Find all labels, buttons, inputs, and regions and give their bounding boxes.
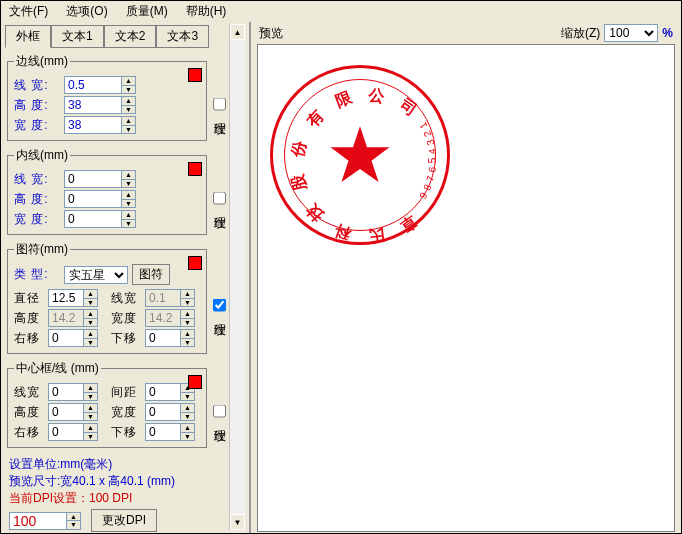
spin-up-icon[interactable]: ▲ <box>83 310 97 319</box>
spin-up-icon[interactable]: ▲ <box>121 77 135 86</box>
symbol-right-input[interactable] <box>49 330 83 346</box>
scroll-up-icon[interactable]: ▲ <box>230 24 245 40</box>
scroll-track[interactable] <box>230 40 245 514</box>
center-right-label: 右移 <box>14 424 44 441</box>
spin-down-icon[interactable]: ▼ <box>180 319 194 327</box>
border-height-label: 高 度: <box>14 97 60 114</box>
spin-up-icon[interactable]: ▲ <box>180 310 194 319</box>
group-border: 边线(mm) 线 宽: ▲▼ 高 度: ▲▼ 宽 度: ▲▼ 纹理 <box>7 53 207 141</box>
symbol-diam-input[interactable] <box>49 290 83 306</box>
spin-down-icon[interactable]: ▼ <box>83 393 97 401</box>
spin-down-icon[interactable]: ▼ <box>83 319 97 327</box>
symbol-down-input[interactable] <box>146 330 180 346</box>
zoom-select[interactable]: 100 <box>604 24 658 42</box>
inner-breadth-input[interactable] <box>65 211 121 227</box>
center-down-input[interactable] <box>146 424 180 440</box>
border-width-label: 线 宽: <box>14 77 60 94</box>
spin-up-icon[interactable]: ▲ <box>121 211 135 220</box>
spin-down-icon[interactable]: ▼ <box>121 106 135 114</box>
spin-down-icon[interactable]: ▼ <box>180 393 194 401</box>
dpi-input[interactable] <box>10 513 66 529</box>
footer-preview-size: 预览尺寸:宽40.1 x 高40.1 (mm) <box>9 473 225 490</box>
spin-up-icon[interactable]: ▲ <box>66 513 80 522</box>
menu-help[interactable]: 帮助(H) <box>186 3 227 20</box>
spin-down-icon[interactable]: ▼ <box>83 413 97 421</box>
inner-height-input[interactable] <box>65 191 121 207</box>
spin-down-icon[interactable]: ▼ <box>83 433 97 441</box>
inner-height-label: 高 度: <box>14 191 60 208</box>
tab-strip: 外框 文本1 文本2 文本3 <box>5 24 229 47</box>
left-scrollbar[interactable]: ▲ ▼ <box>229 24 245 530</box>
border-texture-checkbox[interactable] <box>213 98 226 111</box>
change-dpi-button[interactable]: 更改DPI <box>91 509 157 532</box>
center-linew-input[interactable] <box>49 384 83 400</box>
spin-up-icon[interactable]: ▲ <box>83 290 97 299</box>
spin-up-icon[interactable]: ▲ <box>180 330 194 339</box>
menu-bar: 文件(F) 选项(O) 质量(M) 帮助(H) <box>1 1 681 22</box>
spin-down-icon[interactable]: ▼ <box>83 299 97 307</box>
inner-texture-checkbox[interactable] <box>213 192 226 205</box>
spin-down-icon[interactable]: ▼ <box>66 521 80 529</box>
spin-up-icon[interactable]: ▲ <box>83 384 97 393</box>
spin-up-icon[interactable]: ▲ <box>180 404 194 413</box>
border-breadth-input[interactable] <box>65 117 121 133</box>
group-center: 中心框/线 (mm) 线宽▲▼ 高度▲▼ 右移▲▼ 间距▲▼ 宽度▲▼ 下移▲▼… <box>7 360 207 448</box>
group-symbol-title: 图符(mm) <box>14 241 70 258</box>
spin-up-icon[interactable]: ▲ <box>180 290 194 299</box>
inner-color-swatch[interactable] <box>188 162 202 176</box>
spin-down-icon[interactable]: ▼ <box>121 200 135 208</box>
group-center-title: 中心框/线 (mm) <box>14 360 101 377</box>
spin-up-icon[interactable]: ▲ <box>121 117 135 126</box>
spin-up-icon[interactable]: ▲ <box>121 97 135 106</box>
spin-down-icon[interactable]: ▼ <box>180 299 194 307</box>
tab-outer-frame[interactable]: 外框 <box>5 25 51 48</box>
center-color-swatch[interactable] <box>188 375 202 389</box>
symbol-linew-input <box>146 290 180 306</box>
center-height-input[interactable] <box>49 404 83 420</box>
symbol-diam-label: 直径 <box>14 290 44 307</box>
zoom-label: 缩放(Z) <box>561 25 600 42</box>
tab-text-3[interactable]: 文本3 <box>156 25 209 48</box>
symbol-down-label: 下移 <box>111 330 141 347</box>
inner-width-label: 线 宽: <box>14 171 60 188</box>
center-linew-label: 线宽 <box>14 384 44 401</box>
tab-text-1[interactable]: 文本1 <box>51 25 104 48</box>
center-gap-input[interactable] <box>146 384 180 400</box>
symbol-height-input <box>49 310 83 326</box>
spin-down-icon[interactable]: ▼ <box>121 220 135 228</box>
symbol-texture-checkbox[interactable] <box>213 298 226 311</box>
menu-options[interactable]: 选项(O) <box>66 3 107 20</box>
spin-down-icon[interactable]: ▼ <box>121 126 135 134</box>
stamp-arc-digit: 5 <box>427 158 438 164</box>
spin-up-icon[interactable]: ▲ <box>83 330 97 339</box>
spin-down-icon[interactable]: ▼ <box>180 413 194 421</box>
center-texture-checkbox[interactable] <box>213 405 226 418</box>
spin-down-icon[interactable]: ▼ <box>83 339 97 347</box>
spin-down-icon[interactable]: ▼ <box>121 86 135 94</box>
center-gap-label: 间距 <box>111 384 141 401</box>
spin-up-icon[interactable]: ▲ <box>121 171 135 180</box>
spin-up-icon[interactable]: ▲ <box>83 404 97 413</box>
symbol-height-label: 高度 <box>14 310 44 327</box>
border-breadth-label: 宽 度: <box>14 117 60 134</box>
border-color-swatch[interactable] <box>188 68 202 82</box>
border-height-input[interactable] <box>65 97 121 113</box>
symbol-color-swatch[interactable] <box>188 256 202 270</box>
inner-width-input[interactable] <box>65 171 121 187</box>
spin-down-icon[interactable]: ▼ <box>180 433 194 441</box>
menu-file[interactable]: 文件(F) <box>9 3 48 20</box>
menu-quality[interactable]: 质量(M) <box>126 3 168 20</box>
center-width-input[interactable] <box>146 404 180 420</box>
spin-down-icon[interactable]: ▼ <box>121 180 135 188</box>
border-width-input[interactable] <box>65 77 121 93</box>
spin-down-icon[interactable]: ▼ <box>180 339 194 347</box>
center-width-label: 宽度 <box>111 404 141 421</box>
spin-up-icon[interactable]: ▲ <box>180 424 194 433</box>
spin-up-icon[interactable]: ▲ <box>121 191 135 200</box>
symbol-button[interactable]: 图符 <box>132 264 170 285</box>
symbol-type-select[interactable]: 实五星 <box>64 266 128 284</box>
tab-text-2[interactable]: 文本2 <box>104 25 157 48</box>
center-right-input[interactable] <box>49 424 83 440</box>
scroll-down-icon[interactable]: ▼ <box>230 514 245 530</box>
spin-up-icon[interactable]: ▲ <box>83 424 97 433</box>
